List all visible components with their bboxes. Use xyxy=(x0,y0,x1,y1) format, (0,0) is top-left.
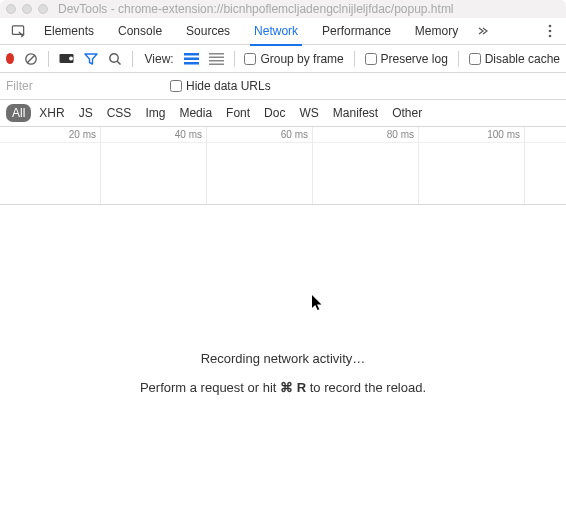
minimize-window-icon[interactable] xyxy=(22,4,32,14)
window-title: DevTools - chrome-extension://bicnhpofle… xyxy=(58,2,454,16)
view-label: View: xyxy=(145,52,174,66)
filter-manifest[interactable]: Manifest xyxy=(327,104,384,122)
separator xyxy=(458,51,459,67)
filter-all[interactable]: All xyxy=(6,104,31,122)
view-small-icon[interactable] xyxy=(209,51,224,67)
svg-rect-15 xyxy=(209,60,224,62)
tab-performance[interactable]: Performance xyxy=(310,18,403,45)
clear-icon[interactable] xyxy=(24,51,38,67)
svg-rect-12 xyxy=(184,62,199,65)
view-large-icon[interactable] xyxy=(184,51,199,67)
filter-js[interactable]: JS xyxy=(73,104,99,122)
filter-media[interactable]: Media xyxy=(173,104,218,122)
group-by-frame-checkbox[interactable]: Group by frame xyxy=(244,52,343,66)
record-button[interactable] xyxy=(6,53,14,64)
svg-rect-11 xyxy=(184,57,199,60)
svg-point-8 xyxy=(110,53,118,61)
svg-point-7 xyxy=(69,57,73,61)
shortcut-kbd: ⌘ R xyxy=(280,380,306,395)
hide-data-urls-checkbox[interactable]: Hide data URLs xyxy=(170,79,271,93)
tab-console[interactable]: Console xyxy=(106,18,174,45)
filter-icon[interactable] xyxy=(84,51,98,67)
inspect-icon[interactable] xyxy=(4,19,32,43)
svg-point-2 xyxy=(549,30,552,33)
more-tabs-icon[interactable] xyxy=(470,25,494,37)
network-log: Recording network activity… Perform a re… xyxy=(0,205,566,520)
recording-hint: Perform a request or hit ⌘ R to record t… xyxy=(140,380,426,395)
svg-point-3 xyxy=(549,35,552,38)
svg-rect-0 xyxy=(12,25,23,33)
panel-tabs: Elements Console Sources Network Perform… xyxy=(32,18,470,45)
filter-xhr[interactable]: XHR xyxy=(33,104,70,122)
separator xyxy=(234,51,235,67)
network-controls: View: Group by frame Preserve log Disabl… xyxy=(0,45,566,73)
svg-rect-13 xyxy=(209,53,224,55)
filter-font[interactable]: Font xyxy=(220,104,256,122)
svg-point-1 xyxy=(549,25,552,28)
filter-other[interactable]: Other xyxy=(386,104,428,122)
separator xyxy=(132,51,133,67)
filter-doc[interactable]: Doc xyxy=(258,104,291,122)
search-icon[interactable] xyxy=(108,51,122,67)
filter-bar: Hide data URLs xyxy=(0,73,566,100)
separator xyxy=(48,51,49,67)
tab-elements[interactable]: Elements xyxy=(32,18,106,45)
svg-rect-10 xyxy=(184,53,199,56)
cursor-icon xyxy=(312,295,324,311)
filter-input[interactable] xyxy=(6,79,156,93)
filter-ws[interactable]: WS xyxy=(293,104,324,122)
svg-line-9 xyxy=(117,61,120,64)
separator xyxy=(354,51,355,67)
traffic-lights xyxy=(6,4,48,14)
svg-rect-16 xyxy=(209,63,224,65)
filter-img[interactable]: Img xyxy=(139,104,171,122)
recording-status: Recording network activity… xyxy=(201,351,366,366)
tab-memory[interactable]: Memory xyxy=(403,18,470,45)
timeline-overview[interactable]: 20 ms 40 ms 60 ms 80 ms 100 ms xyxy=(0,127,566,205)
window-titlebar: DevTools - chrome-extension://bicnhpofle… xyxy=(0,0,566,18)
preserve-log-checkbox[interactable]: Preserve log xyxy=(365,52,448,66)
type-filter-bar: All XHR JS CSS Img Media Font Doc WS Man… xyxy=(0,100,566,127)
filter-css[interactable]: CSS xyxy=(101,104,138,122)
tab-sources[interactable]: Sources xyxy=(174,18,242,45)
svg-line-5 xyxy=(27,55,34,62)
main-toolbar: Elements Console Sources Network Perform… xyxy=(0,18,566,45)
close-window-icon[interactable] xyxy=(6,4,16,14)
devtools-menu-icon[interactable] xyxy=(538,24,562,38)
tab-network[interactable]: Network xyxy=(242,18,310,45)
svg-rect-14 xyxy=(209,56,224,58)
zoom-window-icon[interactable] xyxy=(38,4,48,14)
screenshot-icon[interactable] xyxy=(59,51,74,67)
disable-cache-checkbox[interactable]: Disable cache xyxy=(469,52,560,66)
